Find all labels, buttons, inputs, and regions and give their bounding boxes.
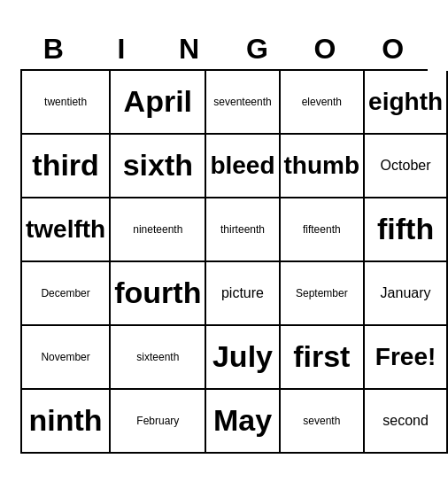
bingo-cell-1: April: [111, 71, 206, 135]
bingo-cell-15: fifteenth: [281, 198, 366, 262]
bingo-cell-12: twelfth: [22, 198, 111, 262]
header-letter-2: N: [156, 29, 224, 69]
header-letter-3: G: [224, 29, 292, 69]
header-letter-1: I: [89, 29, 157, 69]
bingo-cell-6: third: [22, 135, 111, 198]
bingo-cell-30: ninth: [22, 390, 111, 454]
bingo-cell-28: Free!: [365, 326, 448, 390]
bingo-cell-19: fourth: [111, 262, 206, 326]
bingo-grid: twentiethAprilseventeentheleventheighthf…: [20, 69, 428, 454]
bingo-cell-32: May: [206, 390, 280, 454]
bingo-cell-8: bleed: [206, 135, 280, 198]
bingo-cell-13: nineteenth: [111, 198, 206, 262]
header-letter-5: O: [359, 29, 428, 69]
bingo-cell-26: July: [206, 326, 280, 390]
bingo-cell-31: February: [111, 390, 206, 454]
bingo-cell-18: December: [22, 262, 111, 326]
bingo-cell-14: thirteenth: [206, 198, 280, 262]
bingo-cell-3: eleventh: [281, 71, 366, 135]
bingo-card: BINGOO twentiethAprilseventeentheleventh…: [12, 20, 436, 463]
bingo-cell-25: sixteenth: [111, 326, 206, 390]
bingo-cell-34: second: [365, 390, 448, 454]
bingo-cell-16: fifth: [365, 198, 448, 262]
bingo-cell-33: seventh: [281, 390, 366, 454]
bingo-cell-7: sixth: [111, 135, 206, 198]
bingo-cell-4: eighth: [365, 71, 448, 135]
bingo-cell-24: November: [22, 326, 111, 390]
bingo-cell-21: September: [281, 262, 366, 326]
bingo-cell-10: October: [365, 135, 448, 198]
bingo-cell-27: first: [281, 326, 366, 390]
bingo-header: BINGOO: [20, 29, 428, 69]
bingo-cell-20: picture: [206, 262, 280, 326]
bingo-cell-0: twentieth: [22, 71, 111, 135]
bingo-cell-22: January: [365, 262, 448, 326]
bingo-cell-2: seventeenth: [206, 71, 280, 135]
header-letter-0: B: [20, 29, 89, 69]
header-letter-4: O: [292, 29, 360, 69]
bingo-cell-9: thumb: [281, 135, 366, 198]
